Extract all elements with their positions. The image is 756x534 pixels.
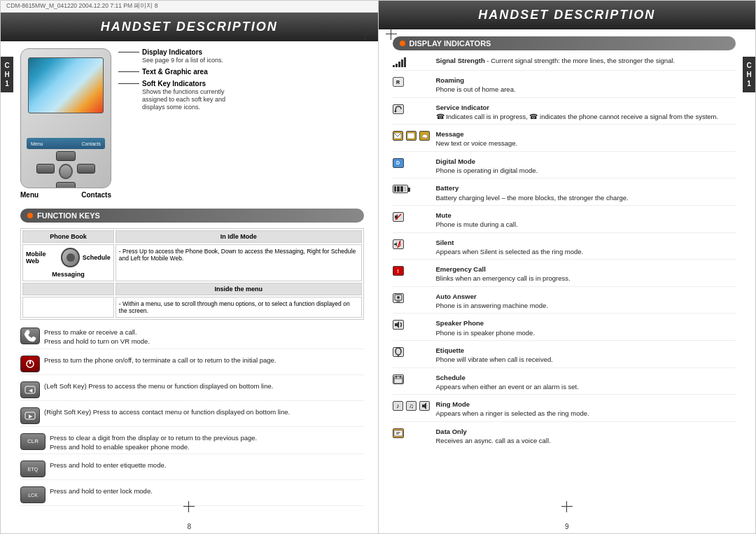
- svg-rect-16: [394, 377, 402, 384]
- battery-bar1: [394, 186, 397, 192]
- mute-text: Mute Phone is mute during a call.: [436, 211, 518, 230]
- nav-right: [77, 164, 95, 174]
- right-content: DISPLAY INDICATORS: [379, 29, 756, 520]
- label-softkey: Soft Key Indicators Shows the functions …: [118, 80, 364, 111]
- ring-desc: Appears when a ringer is selected as the…: [436, 409, 589, 417]
- message-desc: New text or voice message.: [436, 139, 518, 147]
- softkey-menu: Menu: [31, 141, 43, 146]
- speaker-desc: Phone is in speaker phone mode.: [436, 329, 536, 337]
- indicator-data-only: Data Only Receives an async. call as a v…: [393, 427, 736, 449]
- func-key-power: Press to turn the phone on/off, to termi…: [20, 353, 364, 375]
- indicator-etiquette: Etiquette Phone will vibrate when call i…: [393, 346, 736, 368]
- indicator-etiquette-icons: [393, 346, 430, 357]
- signal-desc: - Current signal strength: the more line…: [486, 57, 675, 64]
- indicators-list: Signal Strength - Current signal strengt…: [393, 56, 736, 453]
- auto-title: Auto Answer: [436, 293, 477, 300]
- func-key-right-soft: ▶ (Right Soft Key) Press to access conta…: [20, 405, 364, 427]
- svg-text:◀: ◀: [29, 388, 33, 393]
- arrow-softkey: [118, 83, 139, 84]
- label-desc-display: See page 9 for a list of icons.: [142, 57, 223, 64]
- msg-icon1: [393, 131, 403, 141]
- indicator-message-icons: [393, 129, 430, 141]
- schedule-title: Schedule: [436, 374, 465, 381]
- power-key-desc: Press to turn the phone on/off, to termi…: [44, 356, 276, 365]
- indicator-battery-icons: [393, 183, 430, 193]
- func-key-left-soft: ◀ (Left Soft Key) Press to access the me…: [20, 379, 364, 401]
- left-page-number: 8: [187, 523, 191, 531]
- chapter-tab-left: C H 1: [1, 57, 13, 92]
- table-nav-labels: Mobile Web Schedule Messaging: [22, 244, 114, 281]
- display-indicators-header: DISPLAY INDICATORS: [393, 36, 736, 50]
- table-idle-desc: - Press Up to access the Phone Book, Dow…: [115, 244, 362, 281]
- lock-icon-label: LCK: [28, 493, 38, 498]
- indicator-data-icons: [393, 427, 430, 438]
- svg-rect-20: [394, 430, 402, 436]
- nav-inner-circle: [66, 253, 75, 262]
- label-display-indicators: Display Indicators See page 9 for a list…: [118, 48, 364, 64]
- silent-text: Silent Appears when Silent is selected a…: [436, 238, 584, 257]
- speaker-text: Speaker Phone Phone is in speaker phone …: [436, 318, 536, 337]
- battery-bar2: [397, 186, 400, 192]
- right-soft-desc: (Right Soft Key) Press to access contact…: [44, 407, 290, 416]
- silent-desc: Appears when Silent is selected as the r…: [436, 248, 584, 255]
- battery-desc: Battery charging level – the more blocks…: [436, 194, 629, 202]
- svg-point-6: [394, 110, 396, 112]
- table-header-inside: Inside the menu: [115, 283, 362, 295]
- digital-icon: D: [393, 158, 404, 168]
- table-header-in-idle: In Idle Mode: [115, 230, 362, 243]
- roaming-title: Roaming: [436, 76, 465, 84]
- auto-icon: [393, 293, 404, 303]
- call-key-desc: Press to make or receive a call.Press an…: [44, 328, 150, 346]
- left-page: CDM-8615MW_M_041220 2004.12.20 7:11 PM 페…: [0, 0, 378, 534]
- label-title-softkey: Soft Key Indicators: [142, 80, 206, 87]
- silent-icon: [393, 239, 404, 249]
- service-title: Service Indicator: [436, 104, 490, 111]
- mute-desc: Phone is mute during a call.: [436, 220, 518, 228]
- data-desc: Receives an async. call as a voice call.: [436, 437, 551, 444]
- display-indicators-title: DISPLAY INDICATORS: [410, 39, 491, 48]
- section-dot-right: [400, 41, 405, 46]
- msg-icon3: [419, 131, 430, 141]
- phone-diagram: Menu Contacts: [20, 48, 364, 202]
- file-info: CDM-8615MW_M_041220 2004.12.20 7:11 PM 페…: [1, 1, 378, 13]
- function-keys-header: FUNCTION KEYS: [20, 209, 364, 223]
- label-desc-softkey: Shows the functions currentlyassigned to…: [142, 88, 225, 111]
- ring-icon1: ♪: [393, 401, 403, 411]
- bar4: [401, 59, 403, 67]
- indicator-mute-icons: [393, 211, 430, 222]
- right-page-number: 9: [565, 523, 569, 531]
- lock-key-desc: Press and hold to enter lock mode.: [50, 486, 153, 496]
- ring-text: Ring Mode Appears when a ringer is selec…: [436, 400, 589, 419]
- signal-text: Signal Strength - Current signal strengt…: [436, 56, 676, 65]
- softkey-bar: Menu Contacts: [27, 138, 105, 149]
- table-inside-desc: - Within a menu, use to scroll through m…: [115, 297, 362, 318]
- section-dot: [27, 213, 33, 218]
- label-title-display: Display Indicators: [142, 48, 202, 56]
- auto-desc: Phone is in answering machine mode.: [436, 302, 549, 309]
- func-key-etiquette: ETQ Press and hold to enter etiquette mo…: [20, 458, 364, 480]
- battery-icon: [393, 185, 408, 193]
- nav-ok: [59, 164, 73, 179]
- label-text-display: Display Indicators See page 9 for a list…: [142, 48, 223, 64]
- indicator-message: Message New text or voice message.: [393, 129, 736, 152]
- svg-text:▶: ▶: [29, 414, 33, 419]
- right-page-title: HANDSET DESCRIPTION: [379, 1, 756, 29]
- indicator-schedule: Schedule Appears when either an event or…: [393, 373, 736, 395]
- battery-text: Battery Battery charging level – the mor…: [436, 183, 629, 202]
- indicator-speaker-icons: [393, 318, 430, 330]
- etiquette-icon-label: ETQ: [28, 467, 38, 472]
- battery-bar4: [404, 186, 407, 192]
- message-title: Message: [436, 130, 464, 138]
- indicator-service: Service Indicator ☎ Indicates call is in…: [393, 103, 736, 125]
- indicator-silent: Silent Appears when Silent is selected a…: [393, 238, 736, 260]
- signal-icon: [393, 57, 406, 67]
- emergency-icon-label: !: [397, 268, 399, 274]
- auto-text: Auto Answer Phone is in answering machin…: [436, 292, 549, 311]
- digital-text: Digital Mode Phone is operating in digit…: [436, 157, 538, 176]
- arrow-text-graphic: [118, 71, 139, 72]
- speaker-title: Speaker Phone: [436, 319, 484, 327]
- bar2: [396, 64, 398, 67]
- bar5: [404, 57, 406, 67]
- mute-title: Mute: [436, 211, 451, 219]
- indicator-emergency-icons: !: [393, 265, 430, 276]
